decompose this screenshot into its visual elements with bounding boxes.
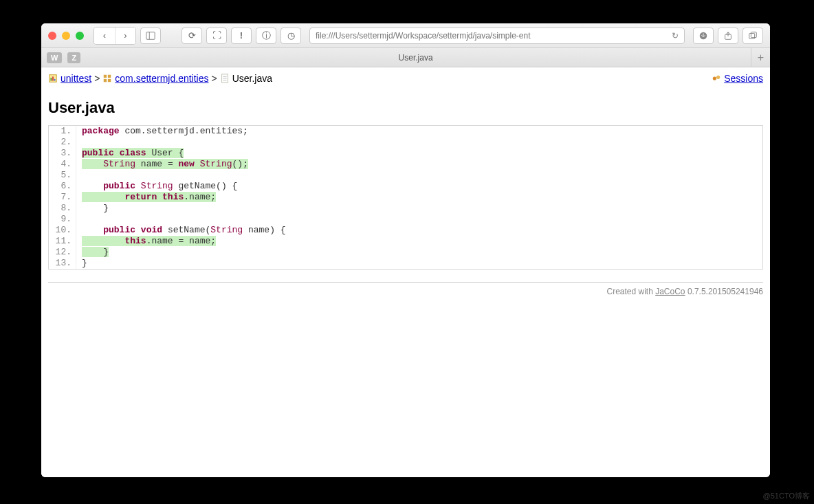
code-source: public String getName() {	[76, 181, 762, 192]
line-number: 5.	[49, 170, 76, 181]
svg-rect-7	[51, 78, 52, 80]
nav-group: ‹ ›	[94, 27, 136, 45]
line-number: 3.	[49, 148, 76, 159]
back-button[interactable]: ‹	[94, 28, 115, 44]
svg-rect-10	[104, 75, 107, 78]
page-content: unittest > com.settermjd.entities > User…	[41, 67, 770, 477]
maximize-window-button[interactable]	[76, 32, 84, 40]
line-number: 10.	[49, 225, 76, 236]
svg-rect-4	[749, 33, 755, 39]
svg-rect-9	[54, 79, 56, 81]
breadcrumb-root[interactable]: unittest	[60, 73, 91, 84]
footer: Created with JaCoCo 0.7.5.201505241946	[48, 282, 763, 296]
code-line: 8. }	[49, 203, 762, 214]
line-number: 1.	[49, 126, 76, 137]
code-source	[76, 214, 762, 225]
code-line: 11. this.name = name;	[49, 236, 762, 247]
url-text: file:///Users/settermjd/Workspace/setter…	[316, 31, 531, 41]
code-line: 13.}	[49, 258, 762, 269]
breadcrumb: unittest > com.settermjd.entities > User…	[48, 72, 763, 88]
code-source: this.name = name;	[76, 236, 762, 247]
url-bar[interactable]: file:///Users/settermjd/Workspace/setter…	[309, 28, 685, 44]
code-line: 1.package com.settermjd.entities;	[49, 126, 762, 137]
svg-point-18	[713, 76, 716, 80]
breadcrumb-sep: >	[212, 73, 217, 84]
browser-window: ‹ › ⟳ ⛶ ! ⓘ ◷ file:///Users/settermjd/Wo…	[41, 23, 770, 477]
code-line: 6. public String getName() {	[49, 181, 762, 192]
sessions-icon	[712, 74, 721, 83]
refresh-button[interactable]: ⟳	[182, 28, 202, 44]
titlebar: ‹ › ⟳ ⛶ ! ⓘ ◷ file:///Users/settermjd/Wo…	[41, 23, 770, 48]
breadcrumb-file: User.java	[232, 73, 272, 84]
pill-z[interactable]: Z	[67, 52, 80, 63]
clock-button[interactable]: ◷	[280, 28, 301, 44]
footer-version: 0.7.5.201505241946	[685, 287, 763, 296]
reload-icon[interactable]: ↻	[672, 31, 679, 41]
new-tab-button[interactable]: +	[751, 48, 770, 67]
pill-w[interactable]: W	[47, 52, 62, 63]
line-number: 4.	[49, 159, 76, 170]
minimize-window-button[interactable]	[62, 32, 70, 40]
source-code-block: 1.package com.settermjd.entities;2.3.pub…	[48, 125, 763, 270]
code-source: package com.settermjd.entities;	[76, 126, 762, 137]
line-number: 11.	[49, 236, 76, 247]
breadcrumb-package[interactable]: com.settermjd.entities	[115, 73, 208, 84]
package-icon	[102, 74, 112, 83]
tabs-icon	[748, 31, 758, 41]
svg-rect-13	[108, 79, 111, 82]
info-button[interactable]: ⓘ	[256, 28, 276, 44]
code-source	[76, 137, 762, 148]
code-line: 3.public class User {	[49, 148, 762, 159]
code-line: 5.	[49, 170, 762, 181]
line-number: 12.	[49, 247, 76, 258]
watermark: @51CTO博客	[763, 491, 810, 501]
code-source: String name = new String();	[76, 159, 762, 170]
code-line: 7. return this.name;	[49, 192, 762, 203]
sessions-link[interactable]: Sessions	[724, 73, 763, 84]
code-source: }	[76, 247, 762, 258]
breadcrumb-sep: >	[94, 73, 100, 84]
code-line: 10. public void setName(String name) {	[49, 225, 762, 236]
sidebar-toggle-button[interactable]	[140, 28, 161, 44]
download-icon	[698, 31, 708, 41]
svg-rect-12	[104, 79, 107, 82]
file-icon	[220, 74, 230, 83]
line-number: 6.	[49, 181, 76, 192]
code-line: 4. String name = new String();	[49, 159, 762, 170]
sidebar-icon	[146, 31, 155, 41]
page-title: User.java	[48, 99, 763, 117]
tab-title[interactable]: User.java	[80, 53, 751, 63]
code-source: }	[76, 203, 762, 214]
fullscreen-button[interactable]: ⛶	[206, 28, 227, 44]
svg-rect-5	[751, 32, 756, 37]
code-source: return this.name;	[76, 192, 762, 203]
svg-rect-0	[146, 32, 155, 39]
report-icon	[48, 74, 58, 83]
code-line: 12. }	[49, 247, 762, 258]
line-number: 7.	[49, 192, 76, 203]
line-number: 8.	[49, 203, 76, 214]
code-source: public void setName(String name) {	[76, 225, 762, 236]
window-controls	[48, 32, 84, 40]
svg-rect-11	[108, 75, 111, 78]
downloads-button[interactable]	[693, 28, 714, 44]
tabs-button[interactable]	[742, 28, 763, 44]
code-line: 2.	[49, 137, 762, 148]
code-source: public class User {	[76, 148, 762, 159]
tab-bar: W Z User.java +	[41, 48, 770, 67]
code-source: }	[76, 258, 762, 269]
footer-prefix: Created with	[606, 287, 655, 296]
jacoco-link[interactable]: JaCoCo	[655, 287, 685, 296]
svg-point-19	[716, 76, 720, 79]
share-icon	[723, 31, 733, 41]
line-number: 2.	[49, 137, 76, 148]
close-window-button[interactable]	[48, 32, 56, 40]
forward-button[interactable]: ›	[115, 28, 135, 44]
line-number: 13.	[49, 258, 76, 269]
alert-button[interactable]: !	[231, 28, 252, 44]
code-line: 9.	[49, 214, 762, 225]
code-source	[76, 170, 762, 181]
share-button[interactable]	[718, 28, 738, 44]
line-number: 9.	[49, 214, 76, 225]
svg-rect-8	[52, 76, 54, 80]
